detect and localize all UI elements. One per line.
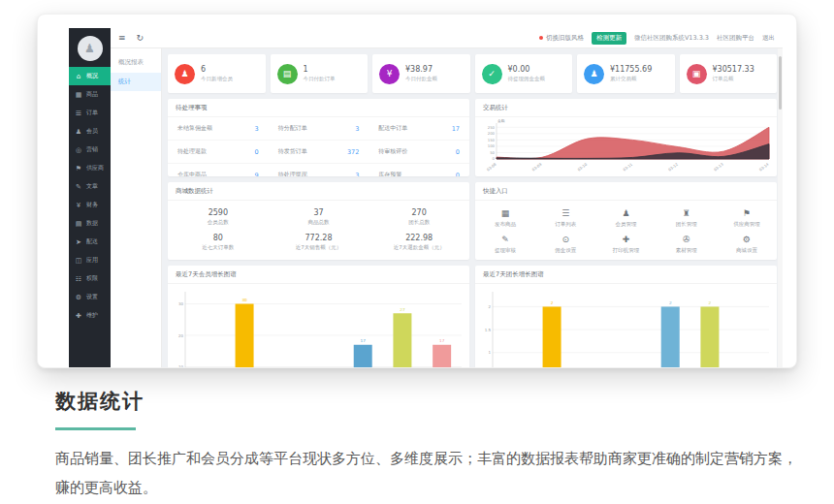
quick-entry-label: 供应商管理 [717,221,777,228]
sidebar-item-icon: ⚙ [75,294,82,301]
quick-entry-label: 会员管理 [595,221,656,228]
platform-name[interactable]: 社区团购平台 [717,34,754,43]
stat-label: 今日付款金额 [405,75,437,82]
pending-item-label: 仓库中商品 [177,171,207,176]
quick-entry-会员管理[interactable]: ♟会员管理 [595,208,656,228]
sidebar-item-icon: ☷ [75,275,82,283]
scrollbar-thumb[interactable] [779,56,782,110]
stat-value: ¥11755.69 [610,65,652,75]
pending-item-label: 待处理退款 [177,147,207,156]
red-dot-icon [539,36,543,40]
mall-stats-grid: 2590会员总数37商品总数270团长总数80近七天订单数772.28近7天销售… [168,201,469,257]
sidebar-item-会员[interactable]: ♟会员 [69,122,111,141]
quick-entry-供应商管理[interactable]: ⚑供应商管理 [717,208,777,228]
sidebar-item-设置[interactable]: ⚙设置 [69,288,111,306]
pending-item-value[interactable]: 3 [255,125,259,133]
pending-item-value[interactable]: 3 [355,125,359,133]
logout-link[interactable]: 退出 [762,34,775,43]
pending-item-value[interactable]: 9 [255,172,259,177]
sidebar-item-营销[interactable]: ◎营销 [69,141,111,159]
stat-card: ✓¥0.00待提现佣金金额 [475,54,573,93]
mall-stat: 270团长总数 [369,208,469,226]
pending-item-value[interactable]: 17 [452,125,460,133]
sidebar-item-label: 概况 [86,72,98,80]
stat-value: ¥30517.33 [713,65,754,75]
pay-amount-icon: ¥ [379,64,400,84]
topbar-right: 切换旧版风格 检测更新 微信社区团购系统V13.3.3 社区团购平台 退出 [539,32,775,45]
quick-entry-订单列表[interactable]: ☰订单列表 [535,208,595,228]
sidebar-item-icon: ✚ [75,312,82,320]
skin-switch-link[interactable]: 切换旧版风格 [539,34,584,43]
pending-item-label: 配送中订单 [378,124,407,133]
pending-grid: 未结算佣金额3待分配订单3配送中订单17待处理退款0待发货订单372待审核评价0… [168,117,469,176]
mall-stat-value: 80 [168,234,269,242]
subnav: 概况报表 统计 [111,48,162,368]
title-underline [55,427,136,430]
sidebar-item-应用[interactable]: ◫应用 [69,251,111,269]
sidebar-item-维护[interactable]: ✚维护 [69,306,111,325]
caption-section: 数据统计 商品销量、团长推广和会员分成等平台现状多方位、多维度展示；丰富的数据报… [55,388,797,502]
order-total-icon: ▣ [687,64,707,84]
menu-toggle-icon[interactable]: ≡ [118,33,126,43]
quick-entry-grid: ▦发布商品☰订单列表♟会员管理♜团长管理⚑供应商管理✎提现审核⊙佣金设置✚打印机… [475,201,777,260]
commission-setting-icon: ⊙ [535,235,595,245]
mall-stat: 80近七天订单数 [168,234,269,251]
order-list-icon: ☰ [535,208,595,219]
sidebar-item-订单[interactable]: ☰订单 [69,104,111,122]
main-column: ≡ ↻ 切换旧版风格 检测更新 微信社区团购系统V13.3.3 社区团购平台 退… [111,28,783,368]
sidebar-item-供应商[interactable]: ⚑供应商 [69,159,111,177]
pending-item: 待处理退款0 [168,141,269,164]
sidebar-item-权限[interactable]: ☷权限 [69,269,111,288]
sidebar-item-label: 财务 [86,201,98,209]
quick-entry-label: 团长管理 [657,221,717,228]
quick-entry-label: 素材管理 [657,247,717,254]
sidebar-item-label: 订单 [86,109,98,117]
svg-text:27: 27 [400,307,405,312]
quick-entry-佣金设置[interactable]: ⊙佣金设置 [535,235,595,254]
subnav-item-statistics[interactable]: 统计 [111,73,161,91]
sidebar-item-概况[interactable]: ⌂概况 [69,67,111,85]
check-update-button[interactable]: 检测更新 [592,32,626,45]
quick-entry-提现审核[interactable]: ✎提现审核 [475,235,535,254]
avatar[interactable]: ♟ [78,36,103,61]
stat-label: 订单总额 [713,75,754,82]
pending-item-value[interactable]: 3 [355,172,359,177]
quick-entry-素材管理[interactable]: ✇素材管理 [657,235,717,254]
svg-text:1: 1 [488,350,491,355]
sidebar-item-数据[interactable]: ▤数据 [69,214,111,233]
quick-entry-团长管理[interactable]: ♜团长管理 [657,208,717,228]
sidebar-item-商品[interactable]: ▦商品 [69,85,111,104]
member-growth-bar-chart: 1020305302172717 [168,284,467,368]
mall-stat-value: 222.98 [369,234,469,242]
pending-item: 配送中订单17 [369,117,469,141]
svg-text:17: 17 [439,338,445,343]
mall-stat-value: 37 [269,208,369,217]
svg-text:03-11: 03-11 [622,161,633,172]
svg-text:金额: 金额 [497,118,505,123]
mall-stat: 772.28近7天销售额（元） [269,234,369,251]
member-growth-title: 最近7天会员增长图谱 [168,266,469,284]
admin-scrollbar[interactable] [778,48,783,368]
sidebar-item-文章[interactable]: ✎文章 [69,177,111,196]
mall-setting-icon: ⚙ [717,235,777,245]
trade-total-icon: ♟ [584,64,604,84]
quick-entry-打印机管理[interactable]: ✚打印机管理 [595,235,656,254]
sidebar-item-财务[interactable]: ¥财务 [69,196,111,214]
sidebar-item-配送[interactable]: ➤配送 [69,233,111,251]
quick-entry-title: 快捷入口 [475,182,777,201]
pending-item-value[interactable]: 0 [255,148,259,156]
mall-stats-title: 商城数据统计 [168,182,469,201]
mall-stat-value: 2590 [168,208,269,217]
pending-item-value[interactable]: 0 [456,148,460,156]
quick-entry-发布商品[interactable]: ▦发布商品 [475,208,535,228]
trade-area-chart: 050100150200250金额03-0803-0903-1003-1103-… [475,117,775,173]
svg-text:03-08: 03-08 [486,161,497,172]
member-manage-icon: ♟ [595,208,656,219]
svg-text:03-12: 03-12 [667,161,679,172]
pending-item-value[interactable]: 0 [456,172,460,177]
quick-entry-商城设置[interactable]: ⚙商城设置 [717,235,777,254]
pending-item-label: 未结算佣金额 [177,124,212,133]
pending-item-value[interactable]: 372 [347,148,359,156]
topbar: ≡ ↻ 切换旧版风格 检测更新 微信社区团购系统V13.3.3 社区团购平台 退… [111,28,783,48]
refresh-icon[interactable]: ↻ [137,33,144,43]
